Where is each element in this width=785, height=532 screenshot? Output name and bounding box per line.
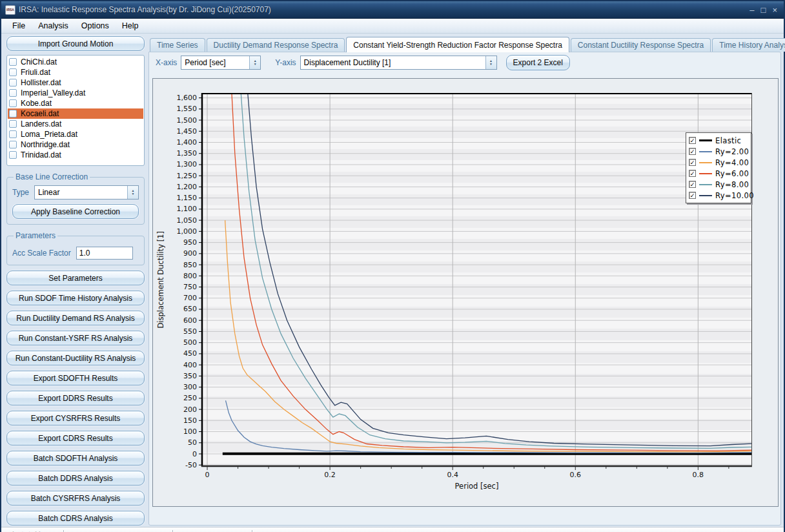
y-tick-label: 1,450 bbox=[153, 127, 197, 136]
export-cysrfrs-results-button[interactable]: Export CYSRFRS Results bbox=[6, 411, 145, 425]
export-sdofth-results-button[interactable]: Export SDOFTH Results bbox=[6, 371, 145, 385]
list-item-imperial-valley-dat[interactable]: Imperial_Valley.dat bbox=[8, 88, 143, 98]
export-ddrs-results-button[interactable]: Export DDRS Results bbox=[6, 391, 145, 405]
legend-checkbox[interactable]: ✓ bbox=[689, 159, 696, 166]
spinner-arrows-icon[interactable]: ▲▼ bbox=[485, 56, 496, 69]
file-checkbox[interactable] bbox=[9, 89, 17, 97]
menu-options[interactable]: Options bbox=[76, 20, 115, 32]
legend-checkbox[interactable]: ✓ bbox=[689, 192, 696, 199]
legend-checkbox[interactable]: ✓ bbox=[689, 170, 696, 177]
x-axis-select[interactable]: Period [sec] ▲▼ bbox=[181, 56, 261, 70]
y-tick-label: 800 bbox=[153, 272, 197, 280]
list-item-kobe-dat[interactable]: Kobe.dat bbox=[8, 98, 143, 108]
tab-time-history-analysis[interactable]: Time History Analysis bbox=[712, 38, 785, 52]
file-checkbox[interactable] bbox=[9, 79, 17, 87]
close-button[interactable]: × bbox=[772, 6, 777, 14]
y-tick-label: 900 bbox=[153, 249, 197, 258]
file-checkbox[interactable] bbox=[9, 110, 17, 118]
run-constant-ysrf-rs-analysis-button[interactable]: Run Constant-YSRF RS Analysis bbox=[6, 331, 145, 345]
x-tick-label: 0.4 bbox=[438, 471, 467, 479]
batch-ddrs-analysis-button[interactable]: Batch DDRS Analysis bbox=[6, 471, 145, 486]
tab-ductility-demand-response-spectra[interactable]: Ductility Demand Response Spectra bbox=[207, 38, 345, 52]
menu-help[interactable]: Help bbox=[116, 20, 145, 32]
y-tick-label: 750 bbox=[153, 283, 197, 291]
baseline-type-select[interactable]: Linear ▲▼ bbox=[34, 185, 139, 200]
file-name: Friuli.dat bbox=[21, 68, 50, 77]
legend-checkbox[interactable]: ✓ bbox=[689, 181, 696, 188]
file-name: Hollister.dat bbox=[21, 78, 61, 87]
app-window: IRSA IRSA: Inelastic Response Spectra An… bbox=[0, 0, 785, 532]
tab-panel: X-axis Period [sec] ▲▼ Y-axis Displaceme… bbox=[148, 52, 781, 526]
file-checkbox[interactable] bbox=[9, 151, 17, 159]
baseline-type-label: Type bbox=[12, 188, 29, 197]
export-cdrs-results-button[interactable]: Export CDRS Results bbox=[6, 431, 145, 445]
list-item-chichi-dat[interactable]: ChiChi.dat bbox=[8, 57, 143, 67]
legend-line-sample bbox=[699, 173, 712, 174]
tab-constant-yield-strength-reduction-factor-response-spectra[interactable]: Constant Yield-Strength Reduction Factor… bbox=[346, 37, 569, 52]
acc-scale-factor-input[interactable] bbox=[76, 247, 133, 260]
list-item-loma-prieta-dat[interactable]: Loma_Prieta.dat bbox=[8, 129, 143, 139]
file-checkbox[interactable] bbox=[9, 99, 17, 107]
file-checkbox[interactable] bbox=[9, 130, 17, 138]
list-item-trinidad-dat[interactable]: Trinidad.dat bbox=[8, 150, 143, 160]
tab-constant-ductility-response-spectra[interactable]: Constant Ductility Response Spectra bbox=[571, 38, 711, 52]
parameters-group-label: Parameters bbox=[14, 231, 57, 240]
file-name: Loma_Prieta.dat bbox=[21, 130, 77, 139]
x-tick-label: 0.2 bbox=[316, 471, 344, 479]
x-axis-label: X-axis bbox=[156, 58, 177, 67]
list-item-hollister-dat[interactable]: Hollister.dat bbox=[8, 77, 143, 88]
run-constant-ductility-rs-analysis-button[interactable]: Run Constant-Ductility RS Analysis bbox=[6, 351, 145, 365]
list-item-friuli-dat[interactable]: Friuli.dat bbox=[8, 67, 143, 77]
legend-checkbox[interactable]: ✓ bbox=[689, 137, 696, 144]
legend-item-elastic: ✓Elastic bbox=[689, 135, 748, 146]
y-tick-label: 1,600 bbox=[153, 94, 197, 102]
y-axis-select[interactable]: Displacement Ductility [1] ▲▼ bbox=[300, 56, 497, 70]
ground-motion-list[interactable]: ChiChi.datFriuli.datHollister.datImperia… bbox=[6, 55, 145, 166]
y-tick-label: 1,400 bbox=[153, 138, 197, 147]
menu-analysis[interactable]: Analysis bbox=[32, 20, 74, 32]
parameters-group: Parameters Acc Scale Factor bbox=[6, 231, 145, 265]
legend-line-sample bbox=[699, 139, 712, 141]
file-checkbox[interactable] bbox=[9, 141, 17, 148]
list-item-landers-dat[interactable]: Landers.dat bbox=[8, 119, 143, 129]
y-tick-label: 0 bbox=[153, 450, 197, 458]
y-tick-label: 250 bbox=[153, 394, 197, 402]
run-ductility-demand-rs-analysis-button[interactable]: Run Ductility Demand RS Analysis bbox=[6, 311, 145, 325]
apply-baseline-correction-button[interactable]: Apply Baseline Correction bbox=[12, 204, 139, 219]
main-area: Time SeriesDuctility Demand Response Spe… bbox=[148, 36, 781, 526]
window-title: IRSA: Inelastic Response Spectra Analysi… bbox=[19, 5, 749, 14]
legend-checkbox[interactable]: ✓ bbox=[689, 148, 696, 155]
batch-cysrfrs-analysis-button[interactable]: Batch CYSRFRS Analysis bbox=[6, 491, 145, 506]
response-spectra-chart: Displacement Ductility [1] Period [sec] … bbox=[152, 78, 779, 507]
run-sdof-time-history-analysis-button[interactable]: Run SDOF Time History Analysis bbox=[6, 291, 145, 305]
y-tick-label: -50 bbox=[153, 461, 197, 469]
list-item-northridge-dat[interactable]: Northridge.dat bbox=[8, 139, 143, 150]
y-tick-label: 450 bbox=[153, 349, 197, 358]
y-tick-label: 400 bbox=[153, 361, 197, 369]
file-checkbox[interactable] bbox=[9, 68, 17, 76]
x-tick-label: 0 bbox=[193, 471, 221, 479]
set-parameters-button[interactable]: Set Parameters bbox=[6, 271, 145, 285]
list-item-kocaeli-dat[interactable]: Kocaeli.dat bbox=[8, 108, 143, 119]
import-ground-motion-button[interactable]: Import Ground Motion bbox=[6, 36, 145, 51]
menu-file[interactable]: File bbox=[6, 20, 31, 32]
file-name: Northridge.dat bbox=[21, 140, 70, 149]
legend-item-ry-4-00: ✓Ry=4.00 bbox=[689, 157, 748, 168]
y-tick-label: 550 bbox=[153, 327, 197, 336]
action-buttons: Set ParametersRun SDOF Time History Anal… bbox=[6, 265, 145, 526]
batch-sdofth-analysis-button[interactable]: Batch SDOFTH Analysis bbox=[6, 451, 145, 466]
batch-cdrs-analysis-button[interactable]: Batch CDRS Analysis bbox=[6, 511, 145, 526]
y-tick-label: 100 bbox=[153, 427, 197, 436]
spinner-arrows-icon[interactable]: ▲▼ bbox=[127, 186, 138, 199]
spinner-arrows-icon[interactable]: ▲▼ bbox=[249, 56, 260, 69]
y-tick-label: 600 bbox=[153, 316, 197, 325]
legend-item-ry-8-00: ✓Ry=8.00 bbox=[689, 179, 748, 190]
file-checkbox[interactable] bbox=[9, 120, 17, 128]
minimize-button[interactable]: – bbox=[749, 6, 754, 14]
y-tick-label: 1,100 bbox=[153, 205, 197, 213]
maximize-button[interactable]: □ bbox=[761, 6, 766, 14]
export-excel-button[interactable]: Export 2 Excel bbox=[506, 55, 570, 70]
file-checkbox[interactable] bbox=[9, 58, 17, 66]
tab-time-series[interactable]: Time Series bbox=[150, 38, 205, 52]
y-tick-label: 1,050 bbox=[153, 216, 197, 225]
